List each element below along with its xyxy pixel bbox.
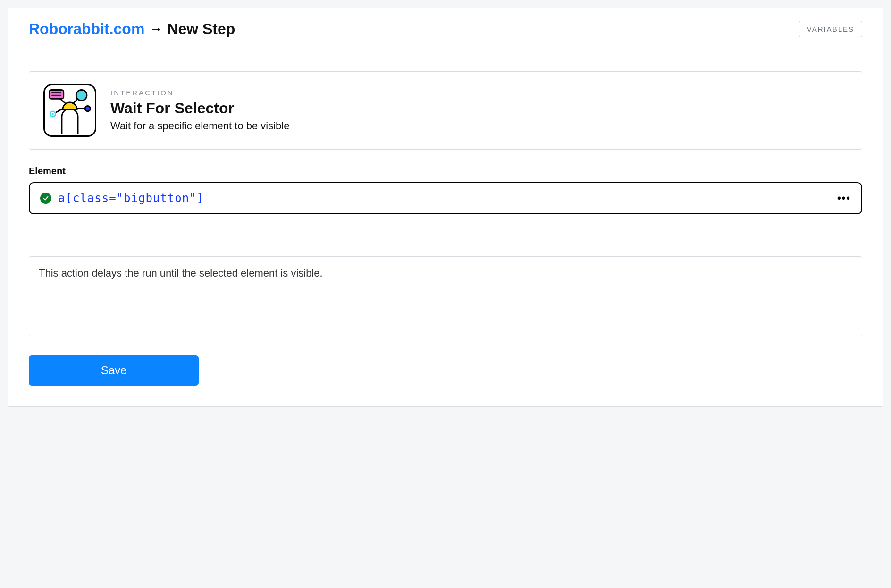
element-field-label: Element (29, 166, 862, 176)
notes-textarea[interactable] (29, 256, 862, 336)
panel-header: Roborabbit.com → New Step VARIABLES (8, 8, 883, 50)
step-meta: INTERACTION Wait For Selector Wait for a… (110, 89, 289, 132)
svg-line-4 (55, 109, 63, 113)
section-divider (8, 235, 883, 235)
element-more-button[interactable]: ••• (837, 192, 851, 204)
valid-selector-check-icon (40, 193, 51, 204)
save-button[interactable]: Save (29, 355, 199, 386)
element-selector-value: a[class="bigbutton"] (58, 192, 204, 205)
svg-rect-8 (49, 90, 63, 99)
step-description: Wait for a specific element to be visibl… (110, 120, 289, 132)
variables-button[interactable]: VARIABLES (799, 21, 862, 37)
element-selector-input[interactable]: a[class="bigbutton"] ••• (29, 182, 862, 214)
panel-body: INTERACTION Wait For Selector Wait for a… (8, 50, 883, 406)
ellipsis-icon: ••• (837, 192, 851, 204)
interaction-icon (43, 84, 96, 137)
breadcrumb-site-link[interactable]: Roborabbit.com (29, 20, 144, 38)
svg-point-3 (85, 106, 90, 111)
breadcrumb-current: New Step (167, 20, 235, 38)
breadcrumb: Roborabbit.com → New Step (29, 20, 235, 38)
svg-point-6 (52, 113, 54, 115)
step-eyebrow: INTERACTION (110, 89, 289, 97)
step-editor-panel: Roborabbit.com → New Step VARIABLES (8, 8, 883, 407)
arrow-right-icon: → (149, 22, 162, 37)
svg-point-1 (76, 90, 87, 101)
step-title: Wait For Selector (110, 100, 289, 117)
step-summary-card: INTERACTION Wait For Selector Wait for a… (29, 71, 862, 150)
